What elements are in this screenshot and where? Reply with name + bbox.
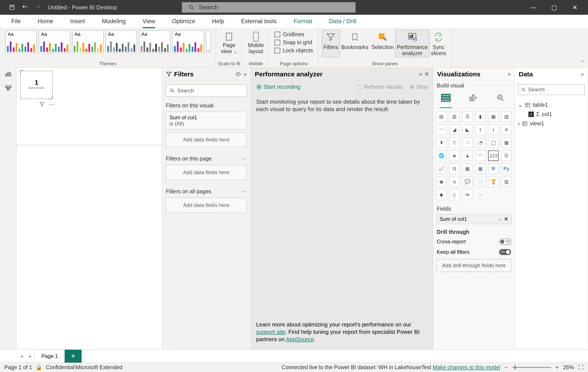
chevron-down-icon[interactable]: ⌄ [518, 102, 523, 108]
zoom-in-button[interactable]: + [556, 364, 559, 371]
viz-key-influencers[interactable]: ◉ [436, 176, 447, 187]
viz-gauge[interactable]: ◠ [475, 151, 485, 161]
filters-search[interactable]: Search [166, 85, 247, 97]
analytics-mode[interactable] [494, 93, 507, 103]
field-pill-remove-icon[interactable]: ✕ [504, 216, 508, 222]
page-nav-prev[interactable]: ◂ [17, 352, 26, 361]
data-view-row[interactable]: › view1 [518, 119, 585, 128]
viz-map[interactable]: 🌐 [436, 151, 447, 161]
viz-goals[interactable]: 🏆 [488, 176, 499, 187]
viz-stacked-area[interactable]: ◣ [462, 124, 473, 135]
viz-100-bar[interactable]: ▦ [488, 112, 499, 122]
viz-donut[interactable]: ◯ [488, 137, 499, 148]
gridlines-checkbox[interactable]: Gridlines [273, 30, 306, 38]
viz-azure-map[interactable]: ▲ [462, 151, 473, 161]
visual-more-icon[interactable]: ⋯ [49, 102, 54, 108]
start-recording-button[interactable]: Start recording [256, 83, 301, 90]
lock-objects-checkbox[interactable]: Lock objects [273, 46, 315, 54]
viz-ribbon[interactable]: ≋ [501, 124, 512, 135]
maximize-button[interactable]: ▢ [550, 4, 558, 11]
tab-help[interactable]: Help [207, 15, 230, 28]
viz-paginated[interactable]: ▥ [501, 176, 512, 187]
viz-matrix[interactable]: ▦ [475, 164, 485, 174]
ribbon-collapse-icon[interactable]: ⌃ [580, 60, 585, 66]
viz-100-column[interactable]: ▧ [501, 112, 512, 122]
viz-r[interactable]: R [488, 164, 499, 174]
theme-thumb-3[interactable]: Aa [72, 30, 104, 53]
report-view-icon[interactable] [4, 70, 12, 78]
viz-stacked-bar[interactable]: ▤ [436, 112, 447, 122]
perf-collapse-icon[interactable]: » [419, 71, 422, 77]
field-checkbox[interactable]: ✓ [528, 112, 534, 117]
viz-stacked-column[interactable]: ▥ [449, 112, 460, 122]
viz-smart-narrative[interactable]: 📄 [475, 176, 485, 187]
viz-line-clustered-column[interactable]: ⫾ [488, 124, 499, 135]
viz-table[interactable]: ▦ [462, 164, 473, 174]
viz-qa[interactable]: 💬 [462, 176, 473, 187]
support-site-link[interactable]: support site [256, 329, 285, 335]
close-button[interactable]: ✕ [571, 4, 579, 11]
tab-format[interactable]: Format [288, 15, 317, 28]
page-nav-next[interactable]: ▸ [26, 352, 35, 361]
filters-collapse-icon[interactable]: » [243, 71, 247, 78]
viz-card[interactable]: 123 [488, 151, 499, 161]
selection-pane-toggle[interactable]: Selection [370, 30, 395, 57]
mobile-layout-button[interactable]: Mobile layout [246, 30, 266, 55]
tab-optimize[interactable]: Optimize [167, 15, 200, 28]
viz-power-automate[interactable]: ◇ [449, 190, 460, 200]
theme-thumb-4[interactable]: Aa [106, 30, 137, 53]
sync-slicers-toggle[interactable]: Sync slicers [429, 30, 448, 57]
viz-kpi[interactable]: 📈 [436, 164, 447, 174]
viz-area[interactable]: ◢ [449, 124, 460, 135]
viz-line-stacked-column[interactable]: ⫿ [475, 124, 485, 135]
new-page-button[interactable]: + [65, 350, 82, 363]
zoom-out-button[interactable]: − [505, 364, 508, 371]
viz-more-options[interactable]: ⋯ [475, 190, 485, 200]
viz-clustered-bar[interactable]: ☰ [462, 112, 473, 122]
performance-analyzer-toggle[interactable]: Performance analyzer [395, 30, 429, 57]
snap-to-grid-checkbox[interactable]: Snap to grid [273, 38, 314, 46]
filters-pane-toggle[interactable]: Filters [322, 30, 340, 57]
viz-clustered-column[interactable]: ▮ [475, 112, 485, 122]
viz-treemap[interactable]: ▦ [501, 137, 512, 148]
cross-report-toggle[interactable]: Off [499, 238, 511, 245]
tab-data-drill[interactable]: Data / Drill [324, 15, 362, 28]
viz-funnel[interactable]: ▽ [449, 137, 460, 148]
viz-line[interactable]: 〰 [436, 124, 447, 135]
viz-decomposition-tree[interactable]: ⧈ [449, 176, 460, 187]
make-changes-link[interactable]: Make changes to this model [433, 364, 500, 370]
theme-thumb-1[interactable]: Aa [5, 30, 37, 53]
viz-multi-row-card[interactable]: ☰ [501, 151, 512, 161]
field-pill-dropdown-icon[interactable]: ⌄ [498, 216, 502, 222]
refresh-visuals-button[interactable]: Refresh visuals [357, 83, 403, 90]
filters-visual-drop[interactable]: Add data fields here [166, 132, 247, 147]
viz-pie[interactable]: ◔ [475, 137, 485, 148]
tab-view[interactable]: View [137, 15, 160, 28]
tab-home[interactable]: Home [32, 15, 59, 28]
minimize-button[interactable]: — [529, 4, 538, 11]
viz-waterfall[interactable]: ⬍ [436, 137, 447, 148]
tab-external-tools[interactable]: External tools [236, 15, 282, 28]
global-search[interactable]: Search [182, 2, 356, 13]
stop-button[interactable]: Stop [409, 83, 428, 90]
viz-scatter[interactable]: ⁙ [462, 137, 473, 148]
drill-through-drop[interactable]: Add drill-through fields here [436, 259, 512, 272]
perf-close-icon[interactable]: ✕ [424, 71, 429, 77]
keep-all-filters-toggle[interactable]: On [499, 249, 511, 255]
theme-thumb-6[interactable]: Aa [173, 30, 204, 53]
filters-all-drop[interactable]: Add data fields here [166, 198, 247, 213]
data-table-row[interactable]: ⌄ table1 [518, 100, 585, 110]
chevron-right-icon[interactable]: › [518, 120, 520, 127]
zoom-slider[interactable] [512, 367, 551, 368]
model-view-icon[interactable] [4, 84, 12, 92]
tab-insert[interactable]: Insert [65, 15, 90, 28]
viz-power-apps[interactable]: ◆ [436, 190, 447, 200]
page-tab-1[interactable]: Page 1 [35, 350, 65, 363]
redo-icon[interactable] [35, 4, 41, 11]
filters-eye-icon[interactable] [235, 71, 241, 77]
data-field-col1[interactable]: ✓ Σ col1 [518, 110, 585, 119]
filters-page-drop[interactable]: Add data fields here [166, 165, 247, 180]
theme-thumb-2[interactable]: Aa [39, 30, 70, 53]
viz-py[interactable]: Py [501, 164, 512, 174]
tab-modeling[interactable]: Modeling [97, 15, 131, 28]
